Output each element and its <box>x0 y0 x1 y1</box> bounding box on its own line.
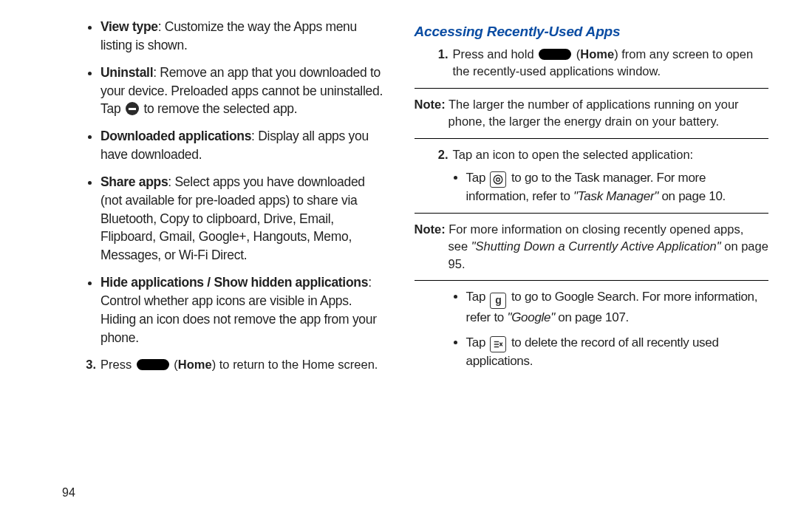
step2-sub-bullets: Tap to go to the Task manager. For more … <box>415 169 768 205</box>
sub-tail: on page 107. <box>555 310 629 324</box>
bullet-uninstall: Uninstall: Remove an app that you downlo… <box>100 64 386 119</box>
step3-after: ) to return to the Home screen. <box>212 358 378 371</box>
bullet-view-type: View type: Customize the way the Apps me… <box>100 18 386 55</box>
note-text-line2: see "Shutting Down a Currently Active Ap… <box>449 238 768 273</box>
right-steps: Press and hold (Home) from any screen to… <box>415 46 768 81</box>
remove-minus-icon <box>126 102 139 115</box>
step-1: Press and hold (Home) from any screen to… <box>434 46 768 81</box>
divider <box>415 138 768 139</box>
note-energy: Note: The larger the number of applicati… <box>415 96 768 131</box>
sub-tail: on page 10. <box>658 189 726 203</box>
note-ref: "Shutting Down a Currently Active Applic… <box>471 239 721 253</box>
sub-before: Tap <box>466 290 489 304</box>
delete-list-icon <box>490 336 506 352</box>
manual-page: View type: Customize the way the Apps me… <box>0 0 798 532</box>
note-text-line1: The larger the number of applications ru… <box>446 98 739 111</box>
apps-bullet-list: View type: Customize the way the Apps me… <box>62 18 386 347</box>
left-column: View type: Customize the way the Apps me… <box>30 18 391 379</box>
step1-home: Home <box>580 47 614 61</box>
left-steps: Press (Home) to return to the Home scree… <box>62 356 386 373</box>
task-manager-icon <box>490 171 506 188</box>
sub-before: Tap <box>466 335 489 349</box>
see-text: see <box>449 239 471 253</box>
section-heading: Accessing Recently-Used Apps <box>415 24 768 40</box>
sub-ref: "Task Manager" <box>573 189 658 203</box>
bullet-label: Share apps <box>100 174 168 189</box>
step1-before: Press and hold <box>453 47 538 61</box>
note-shutdown: Note: For more information on closing re… <box>415 221 768 273</box>
divider <box>415 280 768 281</box>
right-column: Accessing Recently-Used Apps Press and h… <box>409 18 768 379</box>
sub-task-manager: Tap to go to the Task manager. For more … <box>466 169 768 205</box>
bullet-label: Uninstall <box>100 65 153 80</box>
page-number: 94 <box>62 486 75 499</box>
bullet-downloaded: Downloaded applications: Display all app… <box>100 127 386 164</box>
sub-google: Tap g to go to Google Search. For more i… <box>466 288 768 327</box>
step2-text: Tap an icon to open the selected applica… <box>453 148 694 161</box>
divider <box>415 88 768 89</box>
step3-home: Home <box>178 358 212 371</box>
sub-ref: "Google" <box>507 310 555 324</box>
sub-delete-recent: Tap to delete the record of all recently… <box>466 334 768 370</box>
home-button-icon <box>137 359 169 370</box>
svg-point-0 <box>494 175 503 184</box>
step3-before: Press <box>100 358 135 371</box>
note-text-line1: For more information on closing recently… <box>446 222 744 236</box>
step-3: Press (Home) to return to the Home scree… <box>81 356 386 373</box>
divider <box>415 213 768 214</box>
sub-before: Tap <box>466 171 489 185</box>
bullet-label: View type <box>100 19 158 34</box>
bullet-hide-apps: Hide applications / Show hidden applicat… <box>100 273 386 347</box>
bullet-label: Downloaded applications <box>100 129 251 143</box>
step1-mid: ( <box>573 47 580 61</box>
step3-mid: ( <box>171 358 178 371</box>
bullet-share-apps: Share apps: Select apps you have downloa… <box>100 173 386 265</box>
extra-sub-bullets: Tap g to go to Google Search. For more i… <box>415 288 768 369</box>
step-2: Tap an icon to open the selected applica… <box>434 146 768 163</box>
note-label: Note: <box>415 98 446 111</box>
right-steps-2: Tap an icon to open the selected applica… <box>415 146 768 163</box>
note-text-line2: phone, the larger the energy drain on yo… <box>449 113 768 130</box>
note-label: Note: <box>415 222 446 236</box>
home-button-icon <box>539 49 571 60</box>
svg-point-1 <box>497 178 500 182</box>
google-search-icon: g <box>490 293 506 309</box>
bullet-text-after: to remove the selected app. <box>140 101 297 116</box>
two-columns: View type: Customize the way the Apps me… <box>30 18 768 379</box>
bullet-label: Hide applications / Show hidden applicat… <box>100 275 368 290</box>
